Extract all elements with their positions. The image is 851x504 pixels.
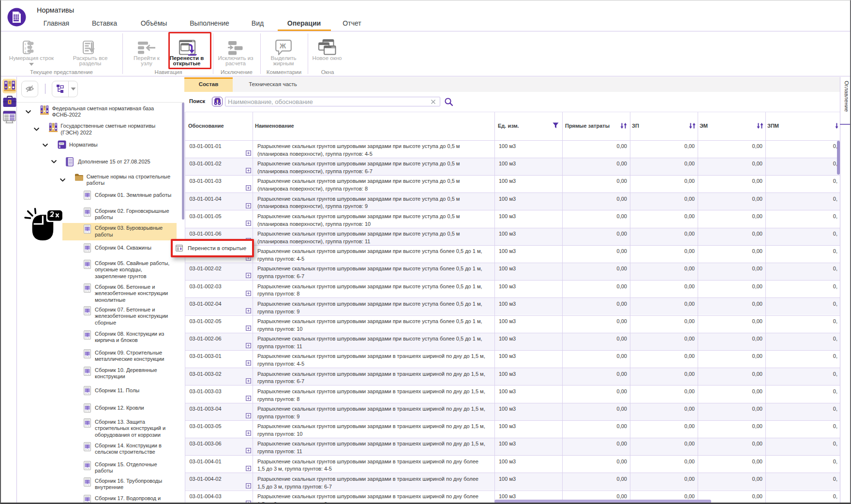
svg-text:2: 2 bbox=[24, 46, 26, 50]
svg-text:1: 1 bbox=[24, 42, 26, 45]
svg-text:Ж: Ж bbox=[279, 42, 286, 50]
svg-text:3: 3 bbox=[24, 50, 26, 54]
